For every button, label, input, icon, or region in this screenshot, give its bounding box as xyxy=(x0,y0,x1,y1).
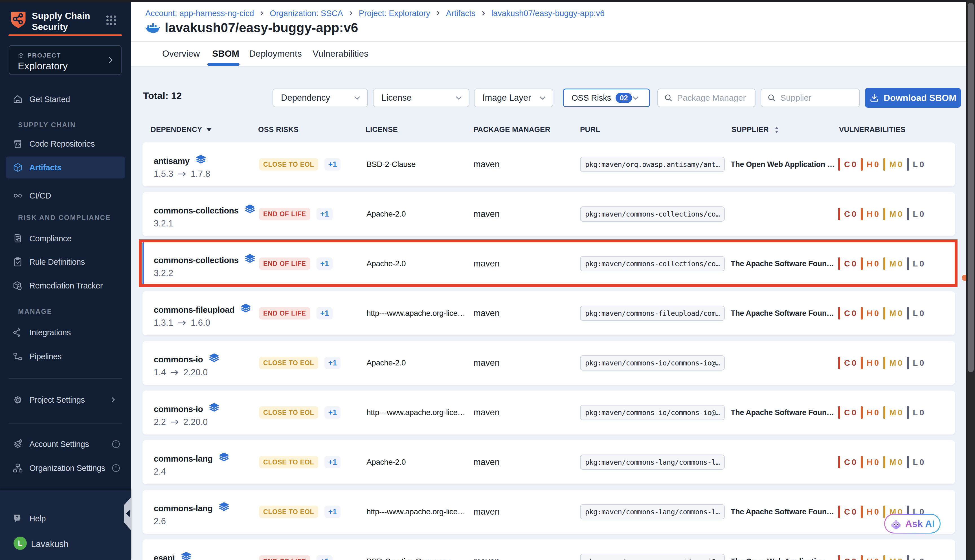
sidebar-item-project-settings[interactable]: Project Settings xyxy=(0,388,131,411)
breadcrumb-separator-icon xyxy=(349,11,354,16)
sidebar-item-help[interactable]: ? Help xyxy=(0,507,131,530)
vuln-count-C: C0 xyxy=(838,456,856,468)
ask-ai-button[interactable]: Ask AI xyxy=(884,514,941,533)
vuln-count-C: C0 xyxy=(838,406,856,419)
table-row-esapi[interactable]: esapi END OF LIFE +1 BSD-Creative Common… xyxy=(142,539,955,560)
vulnerabilities-cell: C0 H0 M0 L0 xyxy=(838,341,924,385)
more-risks-chip[interactable]: +1 xyxy=(317,208,332,220)
breadcrumb-link[interactable]: lavakush07/easy-buggy-app:v6 xyxy=(491,9,604,18)
package-manager-cell: maven xyxy=(473,291,500,335)
severity-bar xyxy=(838,456,840,468)
vulnerabilities-cell: C0 H0 M0 L0 xyxy=(838,390,924,435)
filter-dropdown-dependency[interactable]: Dependency xyxy=(272,88,368,107)
sidebar-item-pipelines[interactable]: Pipelines xyxy=(0,345,131,368)
sidebar-item-remediation-tracker[interactable]: Remediation Tracker xyxy=(0,274,131,297)
risk-chip: CLOSE TO EOL xyxy=(259,406,318,419)
sidebar-item-label: Project Settings xyxy=(29,395,85,405)
search-field[interactable] xyxy=(780,93,854,103)
upgrade-arrow-icon xyxy=(170,419,179,425)
more-risks-chip[interactable]: +1 xyxy=(324,357,341,369)
table-row-commons-collections-3.2.2[interactable]: commons-collections3.2.2 END OF LIFE +1 … xyxy=(142,242,955,286)
table-row-commons-lang-2.4[interactable]: commons-lang2.4 CLOSE TO EOL +1 Apache-2… xyxy=(142,440,955,484)
purl-pill[interactable]: pkg:maven/commons-io/commons-io@… xyxy=(580,405,725,420)
supply-chain-security-logo-icon xyxy=(9,10,28,29)
dependency-version: 2.6 xyxy=(154,516,166,527)
sidebar-item-organization-settings[interactable]: Organization Settings xyxy=(0,457,131,479)
risk-chip: END OF LIFE xyxy=(259,257,311,270)
upgrade-arrow-icon xyxy=(178,320,186,326)
upgrade-version: 1.7.8 xyxy=(191,169,210,179)
sidebar-item-rule-definitions[interactable]: Rule Definitions xyxy=(0,251,131,273)
package-manager-cell: maven xyxy=(473,142,500,187)
table-row-antisamy-1.5.3[interactable]: antisamy1.5.31.7.8 CLOSE TO EOL +1 BSD-2… xyxy=(142,142,955,187)
sidebar-item-code-repositories[interactable]: Code Repositories xyxy=(0,133,131,155)
vuln-count-C: C0 xyxy=(838,307,856,320)
sidebar-item-integrations[interactable]: Integrations xyxy=(0,321,131,344)
breadcrumb-link[interactable]: Artifacts xyxy=(446,9,476,18)
chevron-down-icon xyxy=(539,94,546,102)
table-row-commons-fileupload-1.3.1[interactable]: commons-fileupload1.3.11.6.0 END OF LIFE… xyxy=(142,291,955,335)
filter-dropdown-license[interactable]: License xyxy=(373,88,469,107)
severity-bar xyxy=(838,257,840,270)
supplier-cell: The Apache Software Foun… xyxy=(731,242,834,286)
purl-pill[interactable]: pkg:maven/org.owasp.esapi/esapi@… xyxy=(580,554,725,560)
sidebar-item-artifacts[interactable]: Artifacts xyxy=(0,156,131,179)
search-input-supplier[interactable] xyxy=(761,88,860,107)
breadcrumb-link[interactable]: Project: Exploratory xyxy=(359,9,430,18)
severity-bar xyxy=(861,257,863,270)
download-sbom-button[interactable]: Download SBOM xyxy=(865,88,961,108)
breadcrumb-separator-icon xyxy=(436,11,441,16)
risk-chip: CLOSE TO EOL xyxy=(259,456,318,468)
breadcrumb-link[interactable]: Organization: SSCA xyxy=(270,9,343,18)
sidebar-item-get-started[interactable]: Get Started xyxy=(0,88,131,110)
purl-pill[interactable]: pkg:maven/commons-lang/commons-l… xyxy=(580,504,725,519)
more-risks-chip[interactable]: +1 xyxy=(317,307,332,320)
filter-dropdown-image-layer[interactable]: Image Layer xyxy=(474,88,553,107)
user-avatar[interactable]: L xyxy=(13,537,27,550)
search-input-package-manager[interactable] xyxy=(657,88,756,107)
more-risks-chip[interactable]: +1 xyxy=(324,506,341,518)
scrollbar-thumb[interactable] xyxy=(968,3,974,372)
vuln-count-C: C0 xyxy=(838,555,856,560)
module-grid-icon[interactable] xyxy=(105,15,117,26)
table-row-commons-collections-3.2.1[interactable]: commons-collections3.2.1 END OF LIFE +1 … xyxy=(142,192,955,236)
purl-pill[interactable]: pkg:maven/commons-fileupload/com… xyxy=(580,306,725,321)
purl-pill[interactable]: pkg:maven/commons-lang/commons-l… xyxy=(580,455,725,470)
tab-vulnerabilities[interactable]: Vulnerabilities xyxy=(312,42,369,66)
sidebar-item-compliance[interactable]: Compliance xyxy=(0,227,131,250)
more-risks-chip[interactable]: +1 xyxy=(324,456,341,468)
sort-toggle-icon[interactable] xyxy=(773,126,780,134)
more-risks-chip[interactable]: +1 xyxy=(324,406,341,419)
filter-dropdown-oss-risks[interactable]: OSS Risks02 xyxy=(563,88,650,107)
purl-pill[interactable]: pkg:maven/commons-collections/co… xyxy=(580,207,725,222)
sidebar-item-account-settings[interactable]: Account Settings xyxy=(0,433,131,455)
project-selector[interactable]: PROJECT Exploratory xyxy=(9,45,122,75)
chevron-down-icon xyxy=(353,94,361,102)
tab-overview[interactable]: Overview xyxy=(162,42,200,66)
column-header-supplier[interactable]: SUPPLIER xyxy=(731,125,769,134)
table-row-commons-io-2.2[interactable]: commons-io2.22.20.0 CLOSE TO EOL +1 http… xyxy=(142,390,955,435)
breadcrumb-link[interactable]: Account: app-harness-ng-cicd xyxy=(145,9,254,18)
purl-pill[interactable]: pkg:maven/org.owasp.antisamy/ant… xyxy=(580,157,725,172)
sidebar-item-label: Pipelines xyxy=(29,352,62,361)
purl-cell: pkg:maven/org.owasp.esapi/esapi@… xyxy=(580,539,725,560)
tab-deployments[interactable]: Deployments xyxy=(249,42,302,66)
help-chat-icon: ? xyxy=(12,513,23,524)
purl-pill[interactable]: pkg:maven/commons-io/commons-io@… xyxy=(580,355,725,370)
sidebar-item-ci-cd[interactable]: CI/CD xyxy=(0,184,131,207)
more-risks-chip[interactable]: +1 xyxy=(317,555,332,560)
more-risks-chip[interactable]: +1 xyxy=(317,257,332,270)
table-row-commons-lang-2.6[interactable]: commons-lang2.6 CLOSE TO EOL +1 http---w… xyxy=(142,490,955,534)
pipelines-icon xyxy=(12,351,23,362)
sort-descending-icon[interactable] xyxy=(206,128,212,132)
page-scrollbar[interactable] xyxy=(966,0,975,560)
sidebar-divider xyxy=(8,423,122,423)
table-row-commons-io-1.4[interactable]: commons-io1.42.20.0 CLOSE TO EOL +1 Apac… xyxy=(142,341,955,385)
vulnerabilities-cell: C0 H0 M0 L0 xyxy=(838,539,924,560)
tab-sbom[interactable]: SBOM xyxy=(212,42,239,66)
column-header-dependency[interactable]: DEPENDENCY xyxy=(151,125,202,134)
more-risks-chip[interactable]: +1 xyxy=(324,158,341,171)
purl-pill[interactable]: pkg:maven/commons-collections/co… xyxy=(580,256,725,271)
user-name[interactable]: Lavakush xyxy=(31,539,68,549)
search-field[interactable] xyxy=(677,93,750,103)
